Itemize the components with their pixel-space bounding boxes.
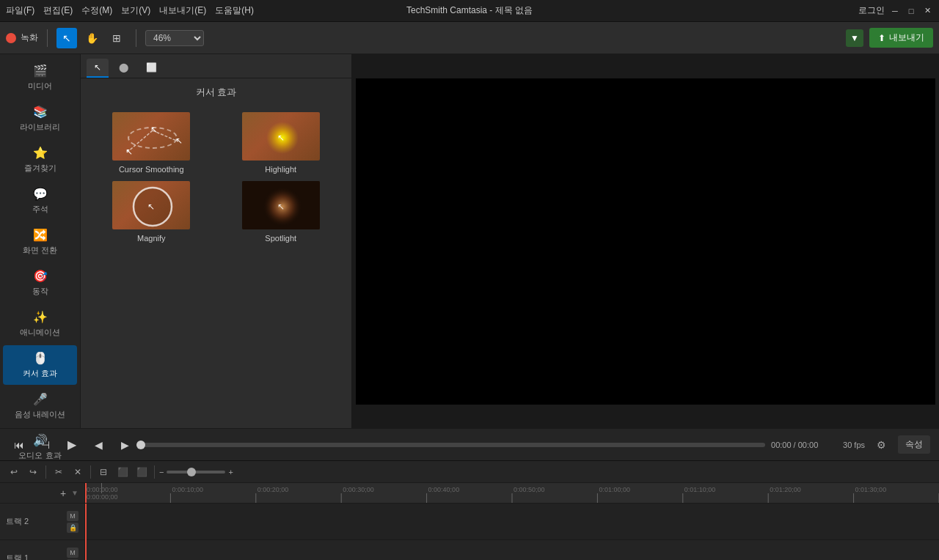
animations-icon: ✨ <box>33 310 48 324</box>
track-2-lock-button[interactable]: 🔒 <box>67 523 78 533</box>
magnify-thumb: ↖ <box>111 180 191 231</box>
voice-narration-label: 음성 내레이션 <box>15 409 65 420</box>
add-track-button[interactable]: + <box>56 487 70 500</box>
minimize-button[interactable]: ─ <box>889 5 901 17</box>
track-2-controls: M 🔒 <box>67 511 78 533</box>
playhead-ruler-marker <box>85 483 87 504</box>
sidebar-item-transitions[interactable]: 🔀 화면 전환 <box>3 222 77 262</box>
ruler-marks-container: 0:00:00;000:00:10;000:00:20;000:00:30;00… <box>85 483 939 504</box>
login-button[interactable]: 로그인 <box>858 4 885 17</box>
maximize-button[interactable]: □ <box>905 5 917 17</box>
cut-button[interactable]: ✂ <box>51 464 67 480</box>
record-dot-icon <box>6 33 16 43</box>
effect-magnify[interactable]: ↖ Magnify <box>89 180 213 243</box>
media-label: 미디어 <box>28 81 52 92</box>
play-button[interactable]: ▶ <box>62 435 82 455</box>
timeline-tracks-header: + ▼ 트랙 2 M 🔒 트랙 1 M 🔒 <box>0 483 85 560</box>
close-button[interactable]: ✕ <box>921 5 933 17</box>
svg-text:0:01:20;00: 0:01:20;00 <box>770 486 801 493</box>
sidebar-item-media[interactable]: 🎬 미디어 <box>3 58 77 97</box>
sidebar-item-behaviors[interactable]: 🎯 동작 <box>3 263 77 303</box>
tab-click[interactable]: ⬤ <box>112 59 136 78</box>
sidebar-item-cursor-effects[interactable]: 🖱️ 커서 효과 <box>3 345 77 385</box>
track-1-controls: M 🔒 <box>67 548 78 561</box>
toolbar-separator-1 <box>47 29 48 47</box>
behaviors-icon: 🎯 <box>33 269 48 283</box>
tl-sep-3 <box>154 465 155 479</box>
title-bar: 파일(F) 편집(E) 수정(M) 보기(V) 내보내기(E) 도움말(H) T… <box>0 0 939 22</box>
share-icon: ⬆ <box>878 33 885 43</box>
crop-tool-button[interactable]: ⊞ <box>106 28 127 48</box>
track-2-mute-button[interactable]: M <box>67 511 78 521</box>
sidebar-item-annotations[interactable]: 💬 주석 <box>3 181 77 221</box>
media-icon: 🎬 <box>33 64 48 78</box>
menu-view[interactable]: 보기(V) <box>121 4 150 17</box>
effect-spotlight[interactable]: ↖ Spotlight <box>219 180 343 243</box>
svg-text:0:01:00;00: 0:01:00;00 <box>599 486 630 493</box>
sidebar-item-library[interactable]: 📚 라이브러리 <box>3 99 77 139</box>
progress-bar[interactable] <box>141 443 765 447</box>
export-dropdown-button[interactable]: ▼ <box>846 29 863 47</box>
share-button[interactable]: ⬆ 내보내기 <box>869 28 933 48</box>
fps-display: 30 fps <box>843 441 865 449</box>
favorites-icon: ⭐ <box>33 146 48 160</box>
sidebar-item-favorites[interactable]: ⭐ 즐겨찾기 <box>3 140 77 180</box>
svg-text:↖: ↖ <box>175 136 183 146</box>
spotlight-label: Spotlight <box>265 234 296 243</box>
menu-export[interactable]: 내보내기(E) <box>159 4 206 17</box>
effect-cursor-smoothing[interactable]: ↖ ↖ ↖ Cursor Smoothing <box>89 111 213 174</box>
menu-help[interactable]: 도움말(H) <box>215 4 254 17</box>
prev-frame-button[interactable]: ◀ <box>88 435 109 455</box>
panel-tabs: ↖ ⬤ ⬜ <box>81 54 351 78</box>
svg-text:0:00:40;00: 0:00:40;00 <box>428 486 460 493</box>
menu-file[interactable]: 파일(F) <box>6 4 34 17</box>
skip-back-button[interactable]: ⏮ <box>9 435 29 455</box>
timeline-zoom-slider[interactable] <box>167 471 225 474</box>
playback-settings-button[interactable]: ⚙ <box>871 436 892 454</box>
effect-highlight[interactable]: ↖ Highlight <box>219 111 343 174</box>
track-header-2: 트랙 2 M 🔒 <box>0 504 84 540</box>
cursor-smoothing-thumb: ↖ ↖ ↖ <box>111 111 191 162</box>
svg-text:0:00:10;00: 0:00:10;00 <box>172 486 203 493</box>
hand-tool-button[interactable]: ✋ <box>81 28 102 48</box>
split-button[interactable]: ⊟ <box>95 464 112 480</box>
svg-text:0:01:10;00: 0:01:10;00 <box>684 486 716 493</box>
pointer-tool-button[interactable]: ↖ <box>56 28 77 48</box>
ungroup-button[interactable]: ⬛ <box>134 464 150 480</box>
group-button[interactable]: ⬛ <box>114 464 131 480</box>
menu-edit[interactable]: 편집(E) <box>43 4 73 17</box>
toolbar-separator-2 <box>136 29 136 47</box>
redo-button[interactable]: ↪ <box>25 464 41 480</box>
effects-grid: ↖ ↖ ↖ Cursor Smoothing <box>81 105 351 248</box>
playhead-track-line <box>85 504 87 560</box>
sidebar: 🎬 미디어 📚 라이브러리 ⭐ 즐겨찾기 💬 주석 🔀 화면 전환 🎯 동작 ✨… <box>0 54 81 428</box>
menu-modify[interactable]: 수정(M) <box>81 4 112 17</box>
track-2-label: 트랙 2 <box>6 516 29 527</box>
effects-panel: ↖ ⬤ ⬜ 커서 효과 ↖ ↖ ↖ <box>81 54 352 428</box>
zoom-select[interactable]: 46% <box>145 30 204 46</box>
annotations-icon: 💬 <box>33 187 48 201</box>
properties-button[interactable]: 속성 <box>898 435 930 454</box>
next-frame-button[interactable]: ▶ <box>114 435 135 455</box>
tab-highlight[interactable]: ⬜ <box>139 59 164 78</box>
timeline-toolbar: ↩ ↪ ✂ ✕ ⊟ ⬛ ⬛ − + <box>0 461 939 483</box>
tab-cursor[interactable]: ↖ <box>87 59 109 78</box>
undo-button[interactable]: ↩ <box>6 464 22 480</box>
track-1-mute-button[interactable]: M <box>67 548 78 558</box>
record-button[interactable]: 녹화 <box>6 32 38 44</box>
svg-text:0:01:30;00: 0:01:30;00 <box>855 486 887 493</box>
library-icon: 📚 <box>33 105 48 119</box>
step-back-button[interactable]: ⊣ <box>35 435 56 455</box>
spotlight-preview: ↖ <box>242 181 320 229</box>
preview-canvas <box>356 78 935 405</box>
svg-text:↖: ↖ <box>277 202 285 212</box>
timeline-tracks <box>85 504 939 560</box>
delete-button[interactable]: ✕ <box>70 464 86 480</box>
timeline-content: + ▼ 트랙 2 M 🔒 트랙 1 M 🔒 <box>0 483 939 560</box>
sidebar-item-voice-narration[interactable]: 🎤 음성 내레이션 <box>3 386 77 426</box>
timeline-ruler[interactable]: 0:00:00;00 0:00:00;000:00:10;000:00:20;0… <box>85 483 939 504</box>
playback-bar: ⏮ ⊣ ▶ ◀ ▶ 00:00 / 00:00 30 fps ⚙ 속성 <box>0 428 939 460</box>
highlight-thumb: ↖ <box>241 111 321 162</box>
sidebar-item-animations[interactable]: ✨ 애니메이션 <box>3 304 77 344</box>
highlight-preview: ↖ <box>242 112 320 161</box>
